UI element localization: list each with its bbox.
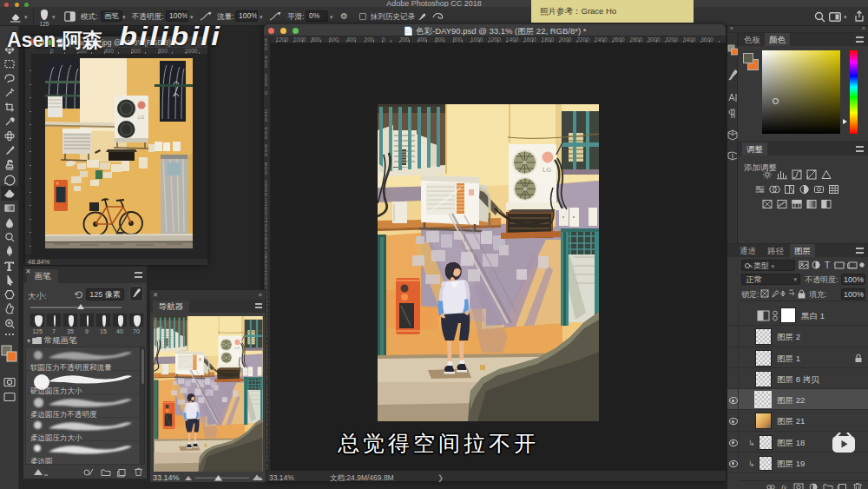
svg-text:fx: fx bbox=[781, 483, 787, 489]
svg-text:T: T bbox=[825, 261, 830, 270]
svg-text:LG: LG bbox=[138, 115, 144, 120]
